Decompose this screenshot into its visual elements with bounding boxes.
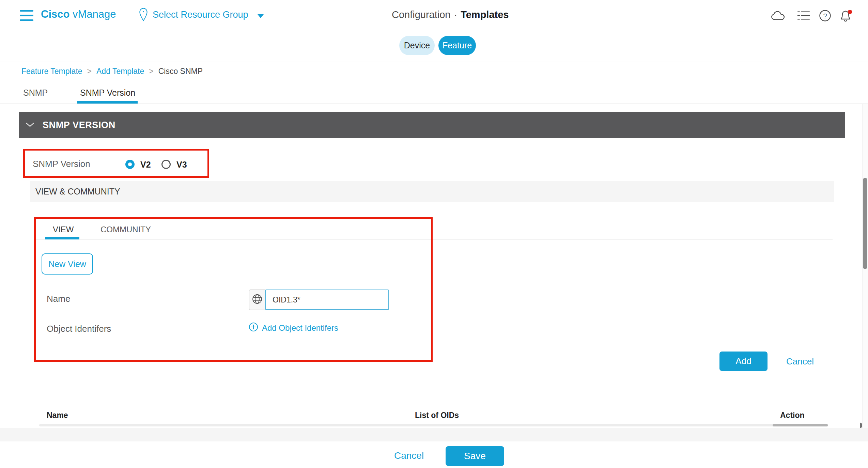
content-bottom-band	[0, 428, 868, 441]
name-field-label: Name	[47, 294, 70, 304]
horizontal-scrollbar-track[interactable]	[39, 424, 828, 426]
tab-device[interactable]: Device	[399, 36, 435, 55]
notification-badge	[848, 10, 852, 14]
name-input[interactable]	[265, 290, 389, 310]
horizontal-scrollbar-thumb[interactable]	[773, 424, 828, 426]
footer-cancel-link[interactable]: Cancel	[394, 450, 424, 461]
column-header-list-of-oids: List of OIDs	[415, 411, 459, 420]
tab-feature[interactable]: Feature	[438, 36, 476, 55]
view-community-header-band: VIEW & COMMUNITY	[30, 181, 834, 202]
section-title: SNMP VERSION	[43, 120, 115, 130]
hamburger-bar	[20, 10, 33, 12]
add-object-identifiers-link[interactable]: Add Object Identifers	[249, 322, 338, 334]
task-list-icon[interactable]	[797, 10, 810, 22]
view-tab-underline	[45, 237, 79, 239]
location-pin-icon	[139, 7, 148, 23]
breadcrumb-add-template[interactable]: Add Template	[96, 67, 144, 76]
breadcrumb-current: Cisco SNMP	[158, 67, 203, 76]
help-glyph: ?	[823, 12, 827, 20]
tab-community[interactable]: COMMUNITY	[100, 225, 151, 234]
vmanage-app-screen: Cisco vManage Select Resource Group Conf…	[0, 0, 868, 468]
brand-logo[interactable]: Cisco vManage	[41, 8, 116, 20]
tab-snmp-version[interactable]: SNMP Version	[80, 88, 135, 98]
save-button[interactable]: Save	[446, 446, 504, 466]
inner-tabs-divider	[36, 239, 833, 239]
globe-icon	[252, 294, 262, 306]
new-view-button[interactable]: New View	[42, 253, 93, 275]
breadcrumb-separator: >	[87, 67, 92, 76]
snmp-version-section-header[interactable]: SNMP VERSION	[19, 112, 845, 138]
help-icon[interactable]: ?	[819, 10, 831, 23]
cancel-link[interactable]: Cancel	[786, 356, 814, 367]
variable-scope-button[interactable]	[249, 290, 265, 310]
breadcrumb: Feature Template > Add Template > Cisco …	[21, 67, 203, 76]
annotation-box-snmp-version	[23, 149, 209, 178]
page-title: Configuration·Templates	[392, 9, 509, 20]
page-title-separator: ·	[451, 9, 461, 20]
tabs-divider	[0, 104, 868, 104]
view-community-title: VIEW & COMMUNITY	[35, 187, 120, 197]
tab-snmp[interactable]: SNMP	[23, 88, 48, 98]
add-object-identifiers-label: Add Object Identifers	[262, 323, 338, 333]
column-header-name: Name	[47, 411, 68, 420]
add-button[interactable]: Add	[719, 352, 768, 371]
column-header-action: Action	[780, 411, 805, 420]
brand-regular: vManage	[73, 8, 116, 20]
breadcrumb-separator: >	[149, 67, 153, 76]
page-title-page: Templates	[461, 9, 509, 20]
cloud-icon[interactable]	[771, 11, 786, 23]
hamburger-bar	[20, 19, 33, 21]
tab-view[interactable]: VIEW	[53, 225, 74, 234]
breadcrumb-feature-template[interactable]: Feature Template	[21, 67, 82, 76]
hamburger-bar	[20, 15, 33, 16]
hamburger-menu-icon[interactable]	[20, 10, 33, 21]
bell-icon[interactable]	[839, 9, 853, 25]
brand-bold: Cisco	[41, 8, 69, 20]
active-tab-underline	[77, 101, 138, 104]
vertical-scrollbar-thumb[interactable]	[863, 178, 867, 269]
chevron-down-icon	[26, 122, 34, 129]
plus-circle-icon	[249, 322, 258, 334]
app-header: Cisco vManage Select Resource Group Conf…	[0, 0, 868, 32]
page-title-category: Configuration	[392, 9, 451, 20]
object-identifiers-label: Object Identifers	[47, 324, 111, 334]
caret-down-icon	[258, 14, 264, 18]
resource-group-selector[interactable]: Select Resource Group	[153, 10, 248, 20]
